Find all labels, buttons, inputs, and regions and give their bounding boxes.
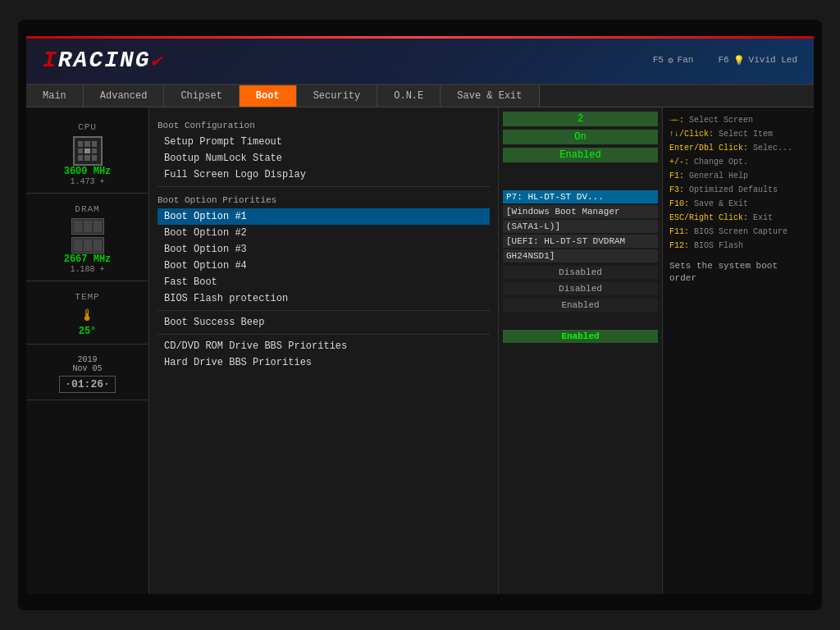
dram-icon <box>71 218 104 235</box>
dram-freq: 2667 MHz <box>64 253 112 265</box>
bios-body: CPU 3600 MHz 1.473 + DRAM <box>26 107 814 594</box>
temp-value: 25° <box>79 326 97 337</box>
tab-boot[interactable]: Boot <box>240 85 297 107</box>
help-key-arrows: →←: <box>669 116 684 125</box>
boot-option-2[interactable]: Boot Option #2 <box>158 225 490 241</box>
boot-priorities-title: Boot Option Priorities <box>158 195 490 205</box>
help-f3: F3: Optimized Defaults <box>669 184 807 196</box>
bios-nav: Main Advanced Chipset Boot Security O.N.… <box>26 85 814 107</box>
divider-2 <box>158 310 490 311</box>
boot-opt-value-2: [Windows Boot Manager <box>503 205 658 218</box>
boot-success-value[interactable]: Enabled <box>503 330 658 343</box>
f5-label: Fan <box>678 55 694 65</box>
tab-chipset[interactable]: Chipset <box>164 85 239 107</box>
f5-key: F5 <box>653 55 664 65</box>
help-f1: F1: General Help <box>669 170 807 182</box>
f6-shortcut: F6 💡 Vivid Led <box>718 55 797 66</box>
sidebar: CPU 3600 MHz 1.473 + DRAM <box>26 107 149 594</box>
fast-boot-label: Fast Boot <box>164 276 483 288</box>
monitor: iRACING✔ F5 ⚙ Fan F6 💡 Vivid Led Main Ad… <box>18 20 822 610</box>
cpu-section: CPU 3600 MHz 1.473 + <box>26 116 148 194</box>
bios-screen: iRACING✔ F5 ⚙ Fan F6 💡 Vivid Led Main Ad… <box>26 36 814 594</box>
dram-icon2 <box>71 237 104 253</box>
help-f11: F11: BIOS Screen Capture <box>669 226 807 238</box>
dram-label: DRAM <box>75 204 99 214</box>
boot-option-3[interactable]: Boot Option #3 <box>158 241 490 258</box>
cpu-freq: 3600 MHz <box>64 166 112 177</box>
boot-opt-value-4: [UEFI: HL-DT-ST DVDRAM <box>503 235 658 248</box>
help-f10: F10: Save & Exit <box>669 198 807 210</box>
timeout-value: 2 <box>503 112 658 126</box>
f5-shortcut: F5 ⚙ Fan <box>653 55 694 66</box>
help-key-f1: F1: <box>669 171 684 180</box>
right-values-panel: 2 On Enabled P7: HL-DT-ST DV... [Windows… <box>498 107 662 594</box>
hdd-bbs-label: Hard Drive BBS Priorities <box>164 357 483 368</box>
date-value: 2019Nov 05 <box>72 355 102 373</box>
tab-security[interactable]: Security <box>297 85 378 107</box>
help-description: Sets the system boot order <box>669 260 807 285</box>
help-change-opt: +/-: Change Opt. <box>669 156 807 168</box>
help-key-f11: F11: <box>669 227 689 236</box>
bios-logo: iRACING✔ <box>43 48 163 73</box>
help-key-f12: F12: <box>669 241 689 250</box>
help-key-f3: F3: <box>669 185 684 194</box>
help-panel: →←: Select Screen ↑↓/Click: Select Item … <box>662 107 814 594</box>
cpu-icon <box>73 136 103 166</box>
logo-i: i <box>43 48 58 73</box>
temp-section: TEMP 🌡 25° <box>26 285 148 345</box>
bootup-numlock[interactable]: Bootup NumLock State <box>158 150 490 167</box>
help-enter: Enter/Dbl Click: Selec... <box>669 142 807 154</box>
boot-opt-disabled-2[interactable]: Disabled <box>503 282 658 295</box>
bios-flash-protection[interactable]: BIOS Flash protection <box>158 290 490 307</box>
help-select-item: ↑↓/Click: Select Item <box>669 128 807 140</box>
help-esc: ESC/Right Click: Exit <box>669 212 807 224</box>
tab-advanced[interactable]: Advanced <box>84 85 165 107</box>
cpu-label: CPU <box>78 122 97 132</box>
boot-opt-value-3: (SATA1-L)] <box>503 220 658 233</box>
red-stripe <box>26 36 814 39</box>
tab-one[interactable]: O.N.E <box>377 85 441 107</box>
tab-main[interactable]: Main <box>26 85 84 107</box>
dram-section: DRAM 2667 MHz 1.188 + <box>26 198 148 281</box>
help-select-screen: →←: Select Screen <box>669 114 807 126</box>
date-section: 2019Nov 05 ·01:26· <box>26 349 148 400</box>
setup-prompt-label: Setup Prompt Timeout <box>164 136 483 148</box>
bios-header: iRACING✔ F5 ⚙ Fan F6 💡 Vivid Led <box>26 36 814 85</box>
boot-option-1[interactable]: Boot Option #1 <box>158 208 490 225</box>
tab-save-exit[interactable]: Save & Exit <box>441 85 539 107</box>
boot-opt-value-1[interactable]: P7: HL-DT-ST DV... <box>503 190 658 203</box>
logo-check: ✔ <box>151 52 163 72</box>
boot-success-beep[interactable]: Boot Success Beep <box>158 314 490 331</box>
hdd-bbs[interactable]: Hard Drive BBS Priorities <box>158 354 490 371</box>
cpu-voltage: 1.473 + <box>70 177 104 186</box>
full-screen-label: Full Screen Logo Display <box>164 169 483 180</box>
time-value: ·01:26· <box>59 376 116 393</box>
bios-flash-label: BIOS Flash protection <box>164 293 483 304</box>
help-key-updown: ↑↓/Click: <box>669 130 714 139</box>
logo-value: Enabled <box>503 148 658 162</box>
help-key-plusminus: +/-: <box>669 158 689 167</box>
boot-option-4[interactable]: Boot Option #4 <box>158 258 490 274</box>
boot-config-title: Boot Configuration <box>158 121 490 130</box>
cddvd-bbs-label: CD/DVD ROM Drive BBS Priorities <box>164 340 483 352</box>
f5-icon: ⚙ <box>668 55 673 66</box>
f6-key: F6 <box>718 55 728 65</box>
temp-label: TEMP <box>75 292 99 302</box>
boot-option-3-label: Boot Option #3 <box>164 244 483 255</box>
boot-option-4-label: Boot Option #4 <box>164 260 483 272</box>
boot-opt-enabled[interactable]: Enabled <box>503 299 658 312</box>
header-shortcuts: F5 ⚙ Fan F6 💡 Vivid Led <box>653 55 797 66</box>
cddvd-bbs[interactable]: CD/DVD ROM Drive BBS Priorities <box>158 338 490 354</box>
boot-option-1-label: Boot Option #1 <box>164 211 483 222</box>
header-left: iRACING✔ <box>43 48 163 73</box>
dram-voltage: 1.188 + <box>70 265 104 274</box>
help-key-esc: ESC/Right Click: <box>669 213 748 222</box>
f6-label: Vivid Led <box>749 55 797 65</box>
fast-boot[interactable]: Fast Boot <box>158 274 490 290</box>
boot-opt-disabled-1[interactable]: Disabled <box>503 266 658 279</box>
divider-3 <box>158 334 490 335</box>
full-screen-logo[interactable]: Full Screen Logo Display <box>158 167 490 183</box>
thermometer-icon: 🌡 <box>80 306 96 326</box>
help-f12: F12: BIOS Flash <box>669 240 807 252</box>
setup-prompt-timeout[interactable]: Setup Prompt Timeout <box>158 134 490 150</box>
